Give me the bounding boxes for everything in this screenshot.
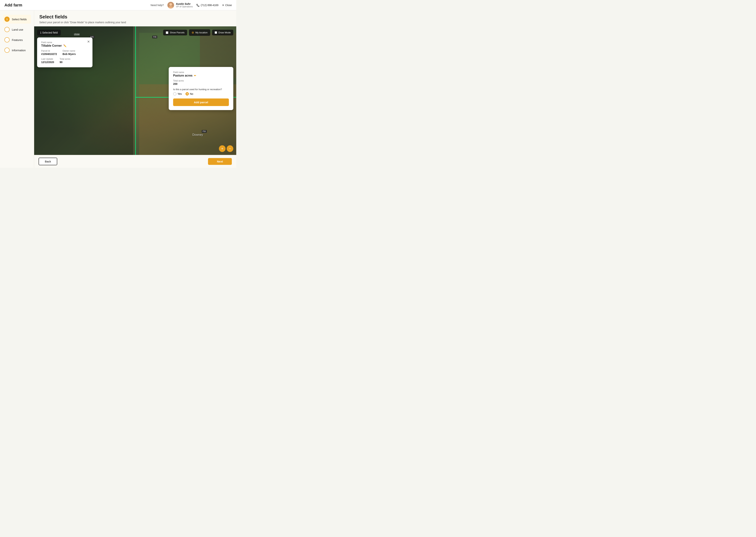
close-button[interactable]: ✕ Close <box>222 4 232 7</box>
popup-left-field-label: Field name <box>41 41 88 44</box>
sidebar-label-information: Information <box>12 49 26 52</box>
location-label: Downey <box>192 133 203 137</box>
page-header: Select fields Select your parcel or clic… <box>34 10 236 26</box>
sidebar-item-information[interactable]: Information <box>3 46 31 55</box>
selected-field-badge: 1 Selected field <box>37 30 61 36</box>
step-circle-2 <box>4 27 10 32</box>
map-area[interactable]: 1 Selected field close Show Parcels ⊕ My… <box>34 26 236 155</box>
avatar <box>167 2 174 9</box>
draw-mode-button[interactable]: Draw Mode <box>212 30 233 35</box>
bottom-bar: Back Next <box>34 155 236 168</box>
page-subtitle: Select your parcel or click "Draw Mode" … <box>39 21 231 24</box>
next-button[interactable]: Next <box>208 158 232 165</box>
header-right: Need help? Austin Suhr VP of Operations … <box>151 2 232 9</box>
popup-right-acres-col: Total acres 200 <box>173 79 184 85</box>
popup-left-row-1: Parcel Id #1094810272 Owner name Bob Mye… <box>41 50 88 56</box>
close-label[interactable]: Close <box>225 4 232 7</box>
popup-right-field-name: Pasture acres ✏ <box>173 74 229 77</box>
my-location-label: My location <box>196 31 208 34</box>
radio-no-circle[interactable] <box>186 92 189 96</box>
popup-left-parcel-col: Parcel Id #1094810272 <box>41 50 57 56</box>
user-info: Austin Suhr VP of Operations <box>167 2 193 9</box>
radio-group: Yes No <box>173 92 229 96</box>
popup-left-parcel-value: #1094810272 <box>41 53 57 56</box>
location-icon: ⊕ <box>192 31 194 34</box>
popup-right-acres-row: Total acres 200 <box>173 79 229 85</box>
popup-right-question: Is this a parcel used for hunting or rec… <box>173 88 229 91</box>
show-parcels-button[interactable]: Show Parcels <box>163 30 187 35</box>
popup-card-left: ✕ Field name Tillable Corner ✏️ Parcel I… <box>37 37 92 67</box>
step-circle-4 <box>4 48 10 53</box>
popup-left-date-col: Last Update 12/12/2020 <box>41 58 54 63</box>
road-label-f56: F56 <box>202 130 207 133</box>
need-help-text: Need help? <box>151 4 164 7</box>
user-details: Austin Suhr VP of Operations <box>176 2 193 8</box>
zoom-in-button[interactable]: + <box>219 145 226 152</box>
add-parcel-button[interactable]: Add parcel <box>173 99 229 106</box>
close-icon: ✕ <box>222 4 224 7</box>
show-parcels-label: Show Parcels <box>170 31 184 34</box>
popup-left-owner-label: Owner name <box>63 50 76 52</box>
header: Add farm Need help? Austin Suhr VP of Op… <box>0 0 236 10</box>
radio-yes-circle[interactable] <box>173 92 176 96</box>
popup-left-acres-col: Total acres 90 <box>60 58 70 63</box>
map-close-link[interactable]: close <box>74 33 79 35</box>
step-circle-3 <box>4 37 10 42</box>
zoom-out-button[interactable]: − <box>227 145 233 152</box>
popup-left-close-button[interactable]: ✕ <box>87 40 90 44</box>
map-toolbar: 1 Selected field close Show Parcels ⊕ My… <box>37 29 233 36</box>
popup-left-date-label: Last Update <box>41 58 54 60</box>
popup-left-field-name: Tillable Corner ✏️ <box>41 44 88 47</box>
back-button[interactable]: Back <box>39 158 57 165</box>
sidebar-label-select-fields: Select fields <box>12 18 27 21</box>
popup-left-row-2: Last Update 12/12/2020 Total acres 90 <box>41 58 88 63</box>
zoom-controls: + − <box>219 145 233 152</box>
user-name: Austin Suhr <box>176 2 193 5</box>
popup-left-owner-col: Owner name Bob Myers <box>63 50 76 56</box>
map-boundary-vertical <box>135 26 136 155</box>
popup-right-acres-label: Total acres <box>173 79 184 82</box>
content-area: Select fields Select your parcel or clic… <box>34 10 236 168</box>
user-role: VP of Operations <box>176 5 193 8</box>
draw-mode-label: Draw Mode <box>219 31 231 34</box>
step-circle-1: 1 <box>4 17 10 22</box>
toolbar-buttons: Show Parcels ⊕ My location Draw Mode <box>163 29 233 36</box>
sidebar-label-features: Features <box>12 38 23 41</box>
draw-mode-checkbox[interactable] <box>215 31 217 34</box>
svg-point-1 <box>169 3 172 6</box>
radio-no-option[interactable]: No <box>186 92 193 96</box>
sidebar-label-land-use: Land use <box>12 28 23 31</box>
popup-left-owner-value: Bob Myers <box>63 53 76 56</box>
main-layout: 1 Select fields Land use Features Inform… <box>0 10 236 168</box>
sidebar-item-features[interactable]: Features <box>3 35 31 44</box>
popup-left-acres-value: 90 <box>60 61 70 63</box>
show-parcels-checkbox[interactable] <box>166 31 168 34</box>
phone-number: (712) 898-4169 <box>200 4 218 7</box>
popup-left-acres-label: Total acres <box>60 58 70 60</box>
page-title: Select fields <box>39 14 231 20</box>
phone-icon: 📞 <box>197 4 200 7</box>
radio-no-label: No <box>190 92 193 95</box>
my-location-button[interactable]: ⊕ My location <box>189 29 210 36</box>
road-label-f46: F46 <box>152 36 157 38</box>
sidebar-item-land-use[interactable]: Land use <box>3 25 31 34</box>
popup-card-right: Field name Pasture acres ✏ Total acres 2… <box>169 67 233 110</box>
popup-left-edit-icon[interactable]: ✏️ <box>63 44 67 47</box>
popup-right-field-label: Field name <box>173 71 229 74</box>
page-app-title: Add farm <box>4 3 22 8</box>
sidebar: 1 Select fields Land use Features Inform… <box>0 10 34 168</box>
popup-left-date-value: 12/12/2020 <box>41 61 54 63</box>
phone-info: 📞 (712) 898-4169 <box>197 4 218 7</box>
radio-yes-option[interactable]: Yes <box>173 92 182 96</box>
radio-yes-label: Yes <box>178 92 182 95</box>
popup-right-edit-icon[interactable]: ✏ <box>194 74 196 77</box>
popup-right-acres-value: 200 <box>173 82 184 85</box>
popup-left-parcel-label: Parcel Id <box>41 50 57 52</box>
sidebar-item-select-fields[interactable]: 1 Select fields <box>3 15 31 23</box>
